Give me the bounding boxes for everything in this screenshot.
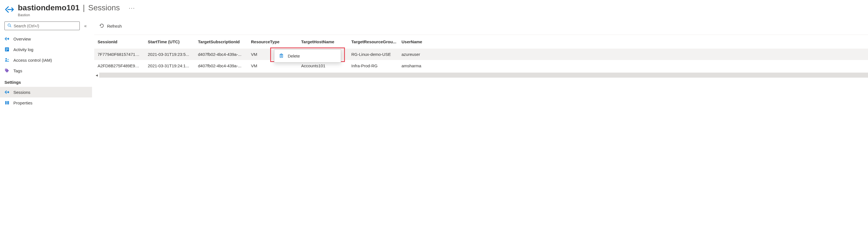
activity-log-icon	[4, 47, 9, 52]
nav-label: Tags	[13, 69, 22, 73]
tags-icon	[4, 68, 9, 73]
nav-sessions[interactable]: Sessions	[0, 87, 92, 98]
nav-label: Activity log	[13, 47, 33, 52]
sessions-table: SessionId StartTime (UTC) TargetSubscrip…	[94, 35, 868, 72]
sidebar: « Overview Activity log Access control (…	[0, 19, 92, 110]
collapse-sidebar-button[interactable]: «	[84, 23, 87, 28]
sessions-icon	[4, 89, 9, 95]
svg-point-8	[6, 69, 6, 70]
col-host-name[interactable]: TargetHostName	[298, 35, 348, 49]
horizontal-scrollbar[interactable]: ◀	[94, 73, 868, 78]
nav-tags[interactable]: Tags	[0, 66, 92, 76]
bastion-icon	[4, 4, 14, 15]
svg-rect-3	[6, 48, 8, 49]
resource-type-label: Bastion	[18, 13, 135, 17]
title-separator: |	[83, 3, 85, 12]
toolbar: Refresh	[94, 22, 868, 35]
svg-rect-10	[7, 101, 7, 104]
scroll-left-arrow[interactable]: ◀	[94, 73, 99, 78]
overview-icon	[4, 36, 9, 41]
nav-access-control[interactable]: Access control (IAM)	[0, 55, 92, 66]
nav-label: Properties	[13, 101, 32, 105]
search-icon	[7, 23, 11, 28]
svg-point-6	[6, 58, 7, 60]
col-user-name[interactable]: UserName	[398, 35, 448, 49]
more-actions-button[interactable]: ···	[129, 5, 135, 11]
nav-properties[interactable]: Properties	[0, 98, 92, 108]
table-row[interactable]: 7F77940F68157471B... 2021-03-31T19:23:5.…	[94, 49, 868, 60]
iam-icon	[4, 57, 9, 62]
resource-name: bastiondemo101	[18, 3, 80, 12]
col-subscription[interactable]: TargetSubscriptionId	[195, 35, 248, 49]
search-box[interactable]	[4, 22, 80, 30]
properties-icon	[4, 100, 9, 105]
col-session-id[interactable]: SessionId	[94, 35, 145, 49]
refresh-label: Refresh	[107, 24, 122, 28]
delete-icon	[279, 53, 284, 59]
svg-rect-4	[6, 49, 8, 50]
svg-rect-5	[6, 50, 7, 51]
context-menu: Delete	[274, 49, 341, 62]
refresh-button[interactable]: Refresh	[96, 22, 125, 31]
nav-label: Overview	[13, 36, 31, 41]
col-resource-type[interactable]: ResourceType	[248, 35, 298, 49]
refresh-icon	[99, 23, 104, 29]
svg-point-0	[8, 24, 10, 26]
main-panel: Refresh SessionId StartTime (UTC) Target…	[92, 19, 868, 110]
delete-label: Delete	[288, 54, 300, 58]
table-row[interactable]: A2FD8B275F489E9C... 2021-03-31T19:24:1..…	[94, 60, 868, 72]
nav-activity-log[interactable]: Activity log	[0, 44, 92, 55]
nav-label: Access control (IAM)	[13, 58, 52, 62]
nav-label: Sessions	[13, 90, 30, 95]
col-resource-group[interactable]: TargetResourceGrou...	[348, 35, 398, 49]
svg-line-1	[10, 26, 11, 27]
search-input[interactable]	[14, 24, 77, 28]
nav-section-settings: Settings	[0, 76, 92, 87]
page-header: bastiondemo101 | Sessions ··· Bastion	[0, 0, 868, 19]
nav-overview[interactable]: Overview	[0, 33, 92, 44]
page-section: Sessions	[88, 3, 120, 12]
table-header-row: SessionId StartTime (UTC) TargetSubscrip…	[94, 35, 868, 49]
delete-menu-item[interactable]: Delete	[274, 50, 341, 62]
col-start-time[interactable]: StartTime (UTC)	[145, 35, 195, 49]
svg-point-7	[7, 59, 9, 60]
svg-rect-9	[5, 101, 6, 104]
svg-rect-11	[8, 101, 9, 104]
